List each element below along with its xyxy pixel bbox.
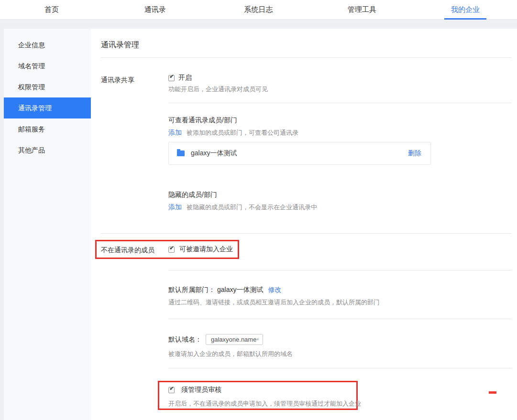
sidebar-item-mail-service[interactable]: 邮箱服务 (4, 118, 91, 140)
default-dept-row: 默认所属部门： galaxy一体测试 修改 (168, 286, 281, 294)
sidebar-item-contacts-management[interactable]: 通讯录管理 (4, 97, 91, 118)
member-delete-link[interactable]: 删除 (408, 149, 430, 158)
admin-review-checkbox-label: 须管理员审核 (181, 386, 221, 394)
main-content: 通讯录管理 通讯录共享 ✔ 开启 功能开启后，企业通讯录对成员可见 可查看通讯录… (91, 29, 517, 420)
divider (168, 319, 511, 319)
contacts-share-checkbox-row: ✔ 开启 (168, 74, 192, 82)
nav-item-system-log[interactable]: 系统日志 (207, 0, 310, 19)
folder-icon (177, 151, 185, 156)
default-dept-edit-link[interactable]: 修改 (268, 286, 281, 294)
invite-allowed-checkbox-label: 可被邀请加入企业 (179, 245, 233, 254)
member-name: galaxy一体测试 (191, 149, 237, 158)
viewable-member-row: galaxy一体测试 删除 (168, 142, 431, 165)
admin-review-checkbox-row: ✔ 须管理员审核 (168, 386, 221, 394)
divider (168, 368, 511, 368)
contacts-share-checkbox-label: 开启 (178, 74, 192, 82)
default-dept-desc: 通过二维码、邀请链接，或成员相互邀请后加入企业的成员，默认所属的部门 (168, 298, 380, 307)
contacts-share-label: 通讯录共享 (101, 76, 134, 85)
sidebar-item-domain-management[interactable]: 域名管理 (4, 55, 91, 76)
checkmark-icon: ✔ (169, 386, 174, 392)
sidebar-item-enterprise-info[interactable]: 企业信息 (4, 34, 91, 55)
outside-members-checkbox-row: ✔ 可被邀请加入企业 (168, 245, 233, 254)
nav-item-label: 通讯录 (144, 5, 166, 14)
top-navigation: 首页 通讯录 系统日志 管理工具 我的企业 (0, 0, 517, 20)
active-tab-underline (444, 18, 486, 20)
default-domain-select[interactable]: galaxyone.name ▼ (206, 334, 263, 345)
nav-item-label: 系统日志 (244, 5, 273, 14)
invite-allowed-checkbox[interactable]: ✔ (168, 247, 175, 253)
hidden-add-row: 添加 被隐藏的成员或部门，不会显示在企业通讯录中 (168, 203, 317, 212)
checkmark-icon: ✔ (169, 74, 174, 80)
page-title: 通讯录管理 (101, 40, 139, 50)
divider (168, 103, 511, 103)
default-domain-selected-value: galaxyone.name (211, 336, 256, 343)
nav-item-home[interactable]: 首页 (0, 0, 103, 19)
divider (101, 233, 511, 234)
nav-item-admin-tools[interactable]: 管理工具 (310, 0, 414, 19)
divider (168, 270, 511, 270)
viewable-add-link[interactable]: 添加 (168, 129, 182, 137)
default-domain-label: 默认域名： (168, 335, 202, 344)
annotation-red-dash (489, 391, 496, 394)
checkmark-icon: ✔ (169, 245, 174, 251)
contacts-share-checkbox[interactable]: ✔ (168, 75, 175, 81)
admin-review-desc: 开启后，不在通讯录的成员申请加入，须管理员审核通过才能加入企业 (168, 399, 361, 408)
outside-members-label: 不在通讯录的成员 (101, 246, 154, 255)
nav-item-label: 管理工具 (348, 5, 376, 14)
contacts-share-desc: 功能开启后，企业通讯录对成员可见 (168, 85, 268, 94)
viewable-add-row: 添加 被添加的成员或部门，可查看公司通讯录 (168, 129, 298, 137)
default-dept-value: galaxy一体测试 (217, 286, 263, 294)
nav-item-label: 我的企业 (451, 5, 480, 14)
viewable-members-heading: 可查看通讯录成员/部门 (168, 116, 237, 125)
sidebar-item-permission-management[interactable]: 权限管理 (4, 76, 91, 97)
hidden-members-heading: 隐藏的成员/部门 (168, 191, 217, 199)
nav-item-contacts[interactable]: 通讯录 (103, 0, 207, 19)
default-dept-label: 默认所属部门： (168, 286, 215, 294)
sidebar: 企业信息 域名管理 权限管理 通讯录管理 邮箱服务 其他产品 (4, 29, 91, 420)
nav-item-label: 首页 (44, 5, 59, 14)
caret-down-icon: ▼ (256, 337, 260, 342)
hidden-add-hint: 被隐藏的成员或部门，不会显示在企业通讯录中 (187, 203, 317, 212)
sidebar-item-other-products[interactable]: 其他产品 (4, 140, 91, 161)
default-domain-desc: 被邀请加入企业的成员，邮箱默认所用的域名 (168, 350, 293, 358)
admin-review-checkbox[interactable]: ✔ (168, 387, 175, 393)
nav-item-my-enterprise[interactable]: 我的企业 (414, 0, 517, 19)
default-domain-row: 默认域名： galaxyone.name ▼ (168, 334, 263, 345)
viewable-add-hint: 被添加的成员或部门，可查看公司通讯录 (187, 129, 298, 137)
divider (101, 57, 511, 58)
hidden-add-link[interactable]: 添加 (168, 203, 182, 212)
